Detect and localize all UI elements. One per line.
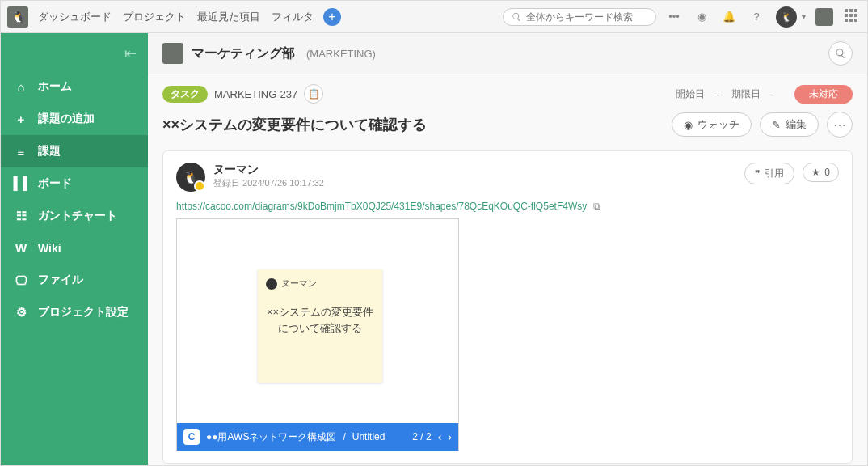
comment-date: 登録日 2024/07/26 10:17:32 [213,177,324,189]
project-key: (MARKETING) [306,48,376,60]
comment-card: 🐧 ヌーマン 登録日 2024/07/26 10:17:32 ❞引用 ★0 ht… [162,150,853,464]
embed-title[interactable]: ●●用AWSネットワーク構成図 [206,430,336,444]
sidebar-item-3[interactable]: ▍▍ボード [1,167,148,200]
eye-icon[interactable]: ◉ [692,7,711,27]
global-search[interactable] [503,8,656,26]
start-date-label: 開始日 [676,87,705,101]
sidebar-icon: ⌂ [14,80,28,94]
sidebar-item-2[interactable]: ≡課題 [1,135,148,167]
project-name: マーケティング部 [192,45,295,62]
sidebar-item-1[interactable]: +課題の追加 [1,103,148,135]
star-button[interactable]: ★0 [803,163,839,182]
sidebar-item-0[interactable]: ⌂ホーム [1,70,148,103]
nav-filter[interactable]: フィルタ [272,10,314,24]
sidebar: ⇤ ⌂ホーム+課題の追加≡課題▍▍ボード☷ガントチャートWWiki🖵ファイル⚙プ… [1,33,148,466]
sidebar-label: プロジェクト設定 [38,305,129,320]
sidebar-item-5[interactable]: WWiki [1,232,148,264]
comment-author: ヌーマン [213,163,324,177]
sidebar-label: 課題の追加 [38,112,95,126]
issue-key[interactable]: MARKETING-237 [214,88,297,100]
start-date-value: - [716,88,719,100]
star-icon: ★ [811,167,820,178]
embed-sheet[interactable]: Untitled [352,431,386,443]
sidebar-label: ボード [38,176,72,191]
sidebar-icon: ≡ [14,145,28,159]
sidebar-icon: ▍▍ [14,176,28,191]
prev-page-icon[interactable]: ‹ [438,430,442,443]
quote-icon: ❞ [755,168,760,180]
search-input[interactable] [526,11,647,23]
nav-recent[interactable]: 最近見た項目 [197,10,260,24]
next-page-icon[interactable]: › [448,430,452,443]
watch-button[interactable]: ◉ウォッチ [672,112,752,137]
help-icon[interactable]: ? [747,7,766,27]
sidebar-icon: + [14,112,28,126]
sidebar-item-6[interactable]: 🖵ファイル [1,264,148,296]
quote-button[interactable]: ❞引用 [744,163,794,184]
issue-title: ××システムの変更要件について確認する [162,115,664,134]
due-date-label: 期限日 [731,87,761,101]
project-icon [162,43,183,64]
copy-issue-icon[interactable]: 📋 [304,84,323,104]
sidebar-icon: W [14,241,28,255]
sidebar-label: ホーム [38,79,72,94]
sticky-author: ヌーマン [281,277,317,290]
sticky-avatar [266,278,277,290]
embed-page: 2 / 2 [412,431,431,443]
sidebar-item-7[interactable]: ⚙プロジェクト設定 [1,296,148,328]
more-actions-button[interactable]: ⋯ [827,112,853,138]
nav-project[interactable]: プロジェクト [123,10,186,24]
more-icon[interactable]: ••• [664,7,684,27]
app-logo[interactable]: 🐧 [7,6,28,28]
comment-avatar[interactable]: 🐧 [176,163,205,192]
user-avatar[interactable]: 🐧 [776,6,797,28]
cacoo-link[interactable]: https://cacoo.com/diagrams/9kDoBmjmTbX0Q… [176,201,587,212]
copy-link-icon[interactable]: ⧉ [593,201,600,212]
nav-dashboard[interactable]: ダッシュボード [38,10,112,24]
sidebar-label: ガントチャート [38,209,117,223]
cacoo-icon: C [183,429,200,445]
sidebar-label: ファイル [38,273,83,287]
sidebar-label: 課題 [38,144,61,159]
pencil-icon: ✎ [772,119,781,131]
caret-down-icon[interactable]: ▾ [802,12,806,21]
sidebar-icon: ☷ [14,209,28,223]
cacoo-embed: ヌーマン ××システムの変更要件について確認する C ●●用AWSネットワーク構… [176,218,459,451]
sidebar-icon: ⚙ [14,305,28,320]
due-date-value: - [772,88,775,100]
eye-icon: ◉ [684,119,693,131]
bell-icon[interactable]: 🔔 [719,7,739,27]
space-icon[interactable] [815,8,833,26]
project-search-icon[interactable] [828,41,853,66]
sticky-text: ××システムの変更要件について確認する [266,304,374,336]
issue-type-badge: タスク [162,86,208,103]
sticky-note: ヌーマン ××システムの変更要件について確認する [258,269,382,383]
sidebar-icon: 🖵 [14,273,28,287]
search-icon [512,11,521,23]
edit-button[interactable]: ✎編集 [760,112,819,137]
sidebar-label: Wiki [38,242,61,255]
add-button[interactable]: + [323,8,341,26]
collapse-sidebar-icon[interactable]: ⇤ [124,44,137,62]
apps-grid-icon[interactable] [845,9,861,25]
sidebar-item-4[interactable]: ☷ガントチャート [1,200,148,232]
status-badge[interactable]: 未対応 [794,85,853,104]
